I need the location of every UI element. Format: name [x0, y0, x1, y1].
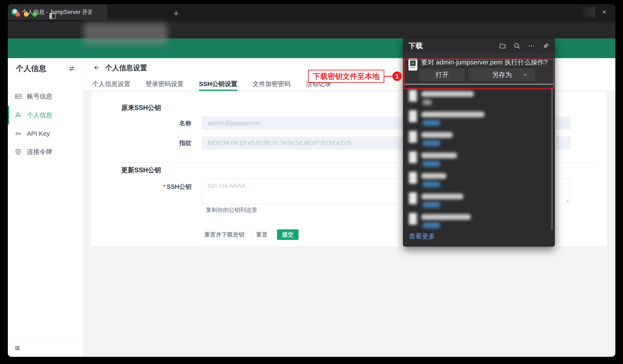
tab-title: 个人信息 - JumpServer 开源堡垒机	[22, 8, 92, 16]
view-more-link[interactable]: 查看更多	[409, 232, 435, 241]
file-icon	[409, 192, 417, 204]
tab-close-icon[interactable]	[601, 9, 607, 15]
blurred-action-link[interactable]	[423, 222, 440, 228]
pem-file-icon: CER	[408, 58, 417, 71]
active-item-indicator	[8, 106, 9, 124]
shield-icon	[15, 148, 22, 155]
download-history-item[interactable]	[403, 172, 555, 190]
required-asterisk: *	[163, 183, 165, 190]
section-old-ssh-key: 原来SSH公钥	[121, 103, 161, 112]
collapse-sidebar-icon[interactable]	[14, 345, 21, 351]
settings-tabs: 个人信息设置 登录密码设置 SSH公钥设置 文件加密密码 活动记录	[92, 79, 331, 91]
section-update-ssh-key: 更新SSH公钥	[121, 166, 161, 174]
download-prompt: 要对 admin-jumpserver.pem 执行什么操作?	[421, 58, 548, 67]
downloads-title: 下载	[408, 41, 492, 51]
downloads-history-list	[403, 85, 555, 231]
search-downloads-icon[interactable]	[513, 42, 521, 49]
downloads-scrollbar[interactable]	[551, 87, 553, 230]
download-history-item[interactable]	[403, 151, 555, 169]
annotation-connector-line	[384, 76, 393, 77]
download-history-item[interactable]	[403, 90, 555, 108]
sidebar-item-label: 连接令牌	[27, 147, 52, 156]
sidebar-item-api-key[interactable]: API Key	[8, 124, 83, 143]
reset-and-download-key-button[interactable]: 重置并下载密钥	[202, 229, 247, 240]
tab-ssh-key-settings[interactable]: SSH公钥设置	[199, 79, 237, 91]
url-privacy-blur	[84, 23, 167, 45]
ssh-key-label: *SSH公钥	[146, 183, 192, 190]
blurred-file-name	[421, 173, 446, 179]
annotation-step-badge: 1	[392, 71, 402, 81]
resize-handle-icon[interactable]	[564, 198, 569, 203]
browser-titlebar: 个人信息 - JumpServer 开源堡垒机	[8, 4, 615, 22]
downloads-more-options-icon[interactable]	[528, 42, 535, 49]
blurred-file-meta	[423, 100, 432, 105]
blurred-action-link[interactable]	[423, 141, 440, 146]
file-type-badge: CER	[411, 67, 415, 69]
app-sidebar: 个人信息 账号信息 个人信息 API Key 连接令牌	[8, 58, 83, 357]
file-icon	[409, 172, 417, 184]
open-file-button[interactable]: 打开	[419, 68, 465, 81]
ssh-key-help-text: 复制你的公钥到这里	[206, 206, 257, 214]
blurred-action-link[interactable]	[423, 202, 440, 208]
download-history-item[interactable]	[403, 110, 555, 128]
file-icon	[409, 110, 417, 122]
blurred-file-name	[421, 91, 474, 97]
sidebar-item-account-info[interactable]: 账号信息	[8, 87, 83, 106]
browser-tab[interactable]: 个人信息 - JumpServer 开源堡垒机	[8, 4, 107, 20]
file-icon	[409, 90, 417, 102]
open-downloads-folder-icon[interactable]	[499, 42, 506, 49]
sidebar-item-label: 账号信息	[27, 92, 52, 101]
macos-close-button[interactable]	[15, 12, 20, 17]
blurred-file-name	[421, 132, 453, 138]
download-action-row: CER 要对 admin-jumpserver.pem 执行什么操作? 打开 另…	[403, 54, 555, 85]
reset-button[interactable]: 重置	[252, 229, 272, 240]
page-title: 个人信息设置	[105, 64, 147, 72]
blurred-action-link[interactable]	[423, 161, 440, 167]
sidebar-item-connection-token[interactable]: 连接令牌	[8, 142, 83, 161]
fingerprint-label: 指纹	[146, 139, 192, 147]
list-top-separator	[405, 84, 553, 85]
download-history-item[interactable]	[403, 131, 555, 149]
file-icon	[409, 213, 417, 225]
downloads-flyout: 下载 CER 要对 admin-jumpserver.pem 执行什么操作? 打…	[403, 39, 555, 247]
browser-window: 个人信息 - JumpServer 开源堡垒机 https ofile/sett…	[8, 4, 615, 357]
submit-button[interactable]: 提交	[277, 229, 299, 240]
save-as-label: 另存为	[492, 70, 512, 79]
file-icon	[409, 131, 417, 143]
tab-login-password-settings[interactable]: 登录密码设置	[146, 79, 184, 91]
user-icon	[15, 112, 22, 119]
download-history-item[interactable]	[403, 192, 555, 210]
blurred-file-name	[421, 194, 464, 199]
page-back-icon[interactable]	[93, 64, 100, 71]
file-icon	[409, 151, 417, 163]
blurred-file-name	[421, 112, 485, 117]
blurred-file-name	[421, 214, 471, 220]
tab-personal-info-settings[interactable]: 个人信息设置	[92, 79, 130, 91]
collapse-menu-icon[interactable]	[68, 65, 76, 72]
key-icon	[15, 130, 22, 137]
blurred-action-link[interactable]	[423, 120, 440, 125]
download-history-item[interactable]	[403, 213, 555, 231]
tab-file-encryption-password[interactable]: 文件加密密码	[253, 79, 291, 91]
name-label: 名称	[146, 120, 192, 127]
sidebar-divider	[8, 339, 83, 339]
new-tab-icon[interactable]	[173, 10, 180, 17]
blurred-action-link[interactable]	[423, 182, 440, 187]
tab-title-fade	[580, 7, 595, 17]
id-card-icon	[15, 93, 22, 100]
sidebar-item-personal-info[interactable]: 个人信息	[8, 106, 83, 124]
sidebar-item-label: 个人信息	[27, 111, 52, 120]
save-as-chevron-icon[interactable]	[523, 72, 528, 77]
downloads-header: 下载	[403, 39, 555, 53]
pin-downloads-icon[interactable]	[542, 42, 549, 49]
sidebar-title: 个人信息	[16, 63, 46, 74]
save-as-button[interactable]: 另存为	[469, 68, 535, 81]
blurred-file-name	[421, 153, 457, 158]
sidebar-item-label: API Key	[27, 130, 50, 137]
annotation-callout: 下载密钥文件至本地	[308, 70, 384, 83]
